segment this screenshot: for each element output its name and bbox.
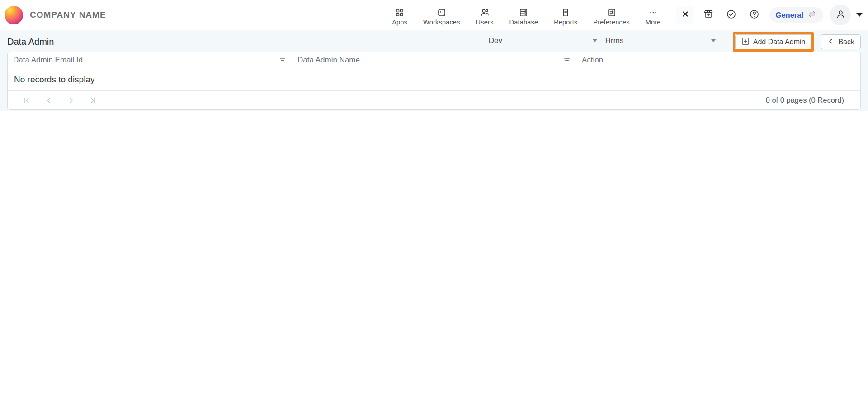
reports-document-icon [561,8,570,17]
close-button[interactable] [676,6,694,24]
app-header: COMPANY NAME Apps Workspaces [0,0,868,30]
data-admin-grid: Data Admin Email Id Data Admin Name Acti… [7,52,861,110]
profile-menu-caret-icon[interactable] [856,13,863,17]
add-data-admin-button[interactable]: Add Data Admin [735,34,812,49]
nav-item-database[interactable]: Database [509,4,538,26]
grid-header-row: Data Admin Email Id Data Admin Name Acti… [8,52,860,68]
environment-dropdown[interactable]: Dev [488,35,599,49]
app-dropdown[interactable]: Hrms [604,35,717,49]
toolbar: Data Admin Dev Hrms Add Data Admin [0,30,868,51]
add-data-admin-label: Add Data Admin [753,38,806,46]
pagination-bar: 0 of 0 pages (0 Record) [8,91,860,109]
database-icon [519,8,528,17]
highlight-annotation: Add Data Admin [733,32,814,52]
nav-label: Preferences [593,19,629,26]
nav-label: Users [476,19,494,26]
nav-item-more[interactable]: More [646,4,661,26]
filter-icon[interactable] [563,57,571,64]
app-dropdown-value: Hrms [605,36,624,45]
swap-arrows-icon [807,9,817,20]
more-ellipsis-icon [649,8,658,17]
back-label: Back [838,38,854,46]
empty-state-message: No records to display [8,68,860,91]
toolbar-actions: Dev Hrms Add Data Admin [488,32,861,52]
apps-grid-icon [395,8,404,17]
top-nav: Apps Workspaces [392,4,660,26]
company-name: COMPANY NAME [30,10,106,20]
brand[interactable]: COMPANY NAME [5,6,106,24]
column-label: Data Admin Name [297,56,360,65]
nav-item-reports[interactable]: Reports [554,4,577,26]
header-actions: General [676,5,863,25]
filter-icon[interactable] [279,57,286,64]
column-header-name: Data Admin Name [292,52,576,68]
nav-item-users[interactable]: Users [476,4,494,26]
preferences-sliders-icon [607,8,616,17]
column-label: Data Admin Email Id [13,56,83,65]
question-circle-icon [749,9,760,21]
storefront-plus-icon [703,9,714,21]
tasks-button[interactable] [722,6,741,24]
back-button[interactable]: Back [821,34,861,49]
content-band: Data Admin Dev Hrms Add Data Admin [0,30,868,111]
pager-last-button[interactable] [89,96,98,105]
nav-label: Workspaces [423,19,460,26]
help-button[interactable] [745,6,764,24]
nav-label: Database [509,19,538,26]
chevron-down-icon [593,39,597,42]
pager-summary: 0 of 0 pages (0 Record) [766,96,854,104]
plus-square-icon [741,37,750,47]
column-header-action: Action [576,52,860,68]
nav-item-workspaces[interactable]: Workspaces [423,4,460,26]
column-header-email: Data Admin Email Id [8,52,292,68]
workspace-switcher-badge[interactable]: General [769,7,823,23]
environment-dropdown-value: Dev [489,36,502,45]
nav-item-apps[interactable]: Apps [392,4,407,26]
chevron-down-icon [711,39,716,42]
nav-label: More [646,19,661,26]
check-circle-icon [726,9,736,21]
pager-buttons [14,96,98,105]
marketplace-button[interactable] [699,6,717,24]
close-icon [681,10,689,20]
workspaces-icon [437,8,446,17]
workspace-badge-label: General [776,11,803,19]
users-icon [480,8,489,17]
pager-prev-button[interactable] [44,96,53,105]
pager-next-button[interactable] [66,96,75,105]
page-title: Data Admin [7,37,54,47]
nav-item-preferences[interactable]: Preferences [593,4,629,26]
nav-label: Reports [554,19,577,26]
person-icon [835,9,846,22]
chevron-left-icon [827,38,835,47]
column-label: Action [582,56,603,65]
pager-first-button[interactable] [22,96,31,105]
nav-label: Apps [392,19,407,26]
user-avatar-button[interactable] [830,5,851,25]
company-logo-icon [5,6,23,24]
